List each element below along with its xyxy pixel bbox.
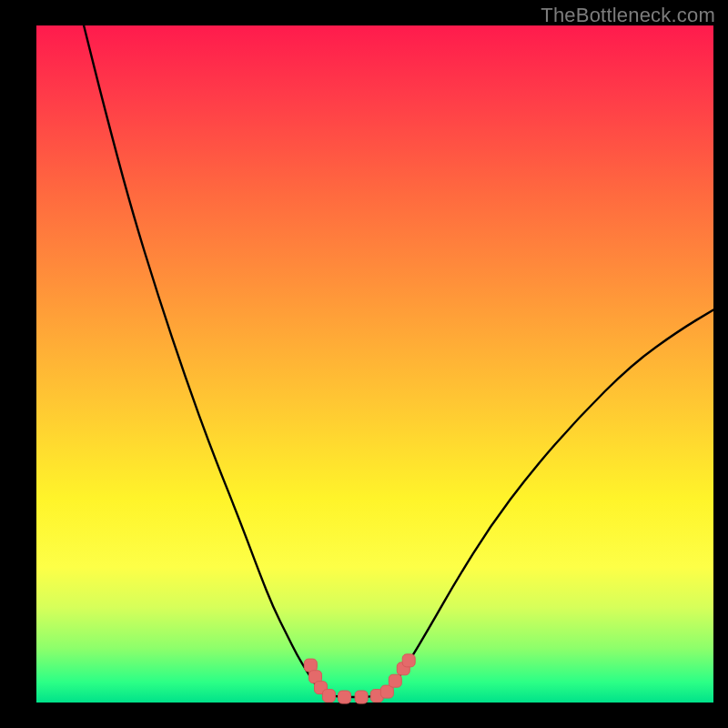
curve-layer — [36, 25, 713, 703]
plot-area — [36, 25, 713, 703]
valley-marker — [355, 691, 368, 703]
valley-marker — [304, 659, 317, 672]
valley-marker — [389, 674, 401, 687]
watermark-text: TheBottleneck.com — [541, 4, 715, 27]
v-curve — [84, 25, 713, 697]
valley-marker — [322, 690, 335, 703]
valley-markers — [304, 654, 415, 703]
valley-marker — [402, 654, 415, 667]
chart-frame: TheBottleneck.com — [0, 0, 728, 728]
valley-marker — [339, 691, 351, 703]
